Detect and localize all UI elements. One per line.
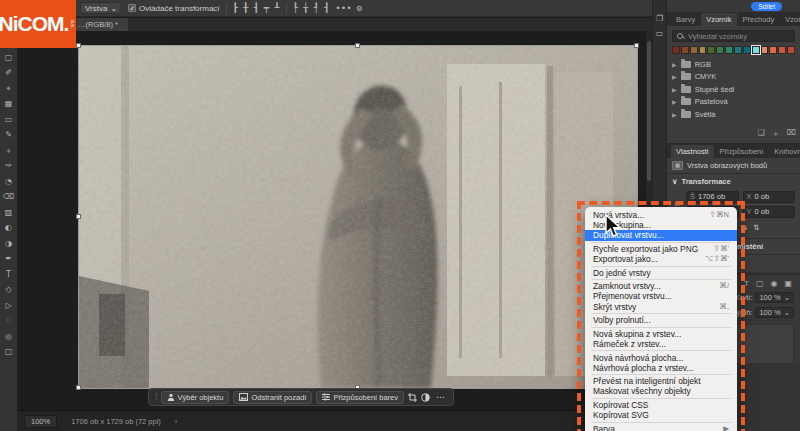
- swatch[interactable]: [725, 46, 733, 54]
- remove-background-button[interactable]: Odstranit pozadí: [233, 391, 312, 404]
- brush-tool[interactable]: ✑: [2, 159, 16, 173]
- distribute-left-icon[interactable]: ┦: [314, 3, 319, 13]
- swatch-group-pastel[interactable]: ▶ Pastelová: [672, 96, 795, 109]
- transform-handle-nw[interactable]: [76, 43, 81, 48]
- swatch[interactable]: [769, 46, 777, 54]
- menu-item-color[interactable]: Barva▶: [585, 424, 737, 431]
- x-field[interactable]: X 0 ob: [743, 191, 796, 203]
- transform-handle-ne[interactable]: [634, 43, 639, 48]
- frame-tool[interactable]: ▭: [2, 113, 16, 127]
- swatch[interactable]: [787, 46, 795, 54]
- menu-item-frame-from-layers[interactable]: Rámeček z vrstev...: [585, 339, 737, 349]
- swatch-selected[interactable]: [752, 46, 760, 54]
- flip-vertical-icon[interactable]: ⇅: [753, 223, 759, 232]
- opacity-field[interactable]: 100 % ⌄: [755, 292, 794, 303]
- align-center-h-icon[interactable]: ╂: [243, 3, 248, 13]
- share-button[interactable]: Sdílet: [751, 2, 782, 11]
- menu-item-copy-svg[interactable]: Kopírovat SVG: [585, 410, 737, 420]
- shape-tool[interactable]: ▷: [2, 299, 16, 313]
- tab-swatches[interactable]: Vzorník: [701, 13, 736, 26]
- align-top-icon[interactable]: ┯: [264, 3, 269, 13]
- new-group-icon[interactable]: ❏: [758, 128, 765, 139]
- chevron-right-icon[interactable]: ▶: [672, 98, 677, 105]
- chevron-right-icon[interactable]: ▶: [672, 111, 677, 118]
- tab-colors[interactable]: Barvy: [671, 13, 700, 26]
- transform-section-header[interactable]: ∨ Transformace: [667, 173, 800, 189]
- tab-adjustments[interactable]: Přizpůsobení: [715, 145, 769, 158]
- y-field[interactable]: Y 0 ob: [743, 206, 796, 218]
- tab-patterns[interactable]: Vzorky: [780, 13, 800, 26]
- filter-shape-icon[interactable]: ▢: [756, 279, 764, 288]
- crop-tool[interactable]: ▦: [2, 97, 16, 111]
- chevron-right-icon[interactable]: ▶: [672, 86, 677, 93]
- gear-icon[interactable]: ⚙: [357, 3, 362, 13]
- menu-item-flatten[interactable]: Do jedné vrstvy: [585, 268, 737, 278]
- path-select-tool[interactable]: ◇: [2, 283, 16, 297]
- more-options-icon[interactable]: •••: [335, 3, 351, 13]
- marquee-tool[interactable]: ▢: [2, 51, 16, 65]
- menu-item-mask-all-objects[interactable]: Maskovat všechny objekty: [585, 386, 737, 396]
- tab-gradients[interactable]: Přechody: [738, 13, 780, 26]
- chevron-right-icon[interactable]: ▶: [672, 61, 677, 68]
- flip-horizontal-icon[interactable]: ⇆: [741, 223, 747, 232]
- image-layer[interactable]: [79, 46, 637, 388]
- auto-select-dropdown[interactable]: Vrstva ⌄: [80, 2, 122, 14]
- transform-controls-checkbox[interactable]: ✓ Ovládače transformací: [128, 4, 219, 13]
- adjust-colors-button[interactable]: Přizpůsobení barev: [316, 391, 404, 404]
- transform-handle-n[interactable]: [355, 43, 360, 48]
- filter-type-icon[interactable]: T: [744, 279, 749, 288]
- width-field[interactable]: Š 1706 ob: [686, 191, 739, 203]
- align-bottom-icon[interactable]: ┸: [274, 3, 279, 13]
- menu-item-convert-to-smart-object[interactable]: Převést na inteligentní objekt: [585, 376, 737, 386]
- status-chevron-icon[interactable]: ›: [175, 417, 178, 426]
- menu-item-hide-layers[interactable]: Skrýt vrstvy⌘,: [585, 302, 737, 312]
- type-tool[interactable]: T: [2, 268, 16, 282]
- menu-item-new-layer[interactable]: Nová vrstva...⇧⌘N: [585, 210, 737, 220]
- adjustment-circle-icon[interactable]: [421, 393, 430, 402]
- clone-stamp-tool[interactable]: ◔: [2, 175, 16, 189]
- object-selection-tool[interactable]: ⌖: [2, 82, 16, 96]
- menu-item-blending-options[interactable]: Volby prolnutí...: [585, 315, 737, 325]
- swatch[interactable]: [699, 46, 707, 54]
- info-panel-icon[interactable]: ❐: [656, 14, 663, 23]
- distribute-h-icon[interactable]: ┞: [293, 3, 298, 13]
- menu-item-rename-layer[interactable]: Přejmenovat vrstvu...: [585, 291, 737, 301]
- crop-export-icon[interactable]: [408, 393, 417, 402]
- swatch-group-light[interactable]: ▶ Světlá: [672, 108, 795, 121]
- menu-item-new-group[interactable]: Nová skupina...: [585, 220, 737, 230]
- swatch[interactable]: [761, 46, 769, 54]
- hand-tool[interactable]: ♢: [2, 314, 16, 328]
- healing-tool[interactable]: ＋: [2, 144, 16, 158]
- tab-libraries[interactable]: Knihovny: [769, 145, 800, 158]
- pen-tool[interactable]: ✒: [2, 252, 16, 266]
- swatch[interactable]: [743, 46, 751, 54]
- zoom-tool[interactable]: ◎: [2, 330, 16, 344]
- menu-item-lock-layers[interactable]: Zamknout vrstvy...⌘/: [585, 281, 737, 291]
- menu-item-new-artboard[interactable]: Nová návrhová plocha...: [585, 353, 737, 363]
- edit-toolbar-tool[interactable]: □: [2, 345, 16, 359]
- align-right-icon[interactable]: ┨: [253, 3, 258, 13]
- eyedropper-tool[interactable]: ✎: [2, 128, 16, 142]
- trash-icon[interactable]: ⌧: [787, 128, 796, 139]
- checkbox-icon[interactable]: ✓: [128, 4, 136, 12]
- distribute-right-icon[interactable]: ┨: [324, 3, 329, 13]
- swatch-group-rgb[interactable]: ▶ RGB: [672, 58, 795, 71]
- swatch-search-input[interactable]: Vyhledat vzorníky: [672, 30, 795, 42]
- drag-handle-icon[interactable]: ⁞: [155, 392, 157, 402]
- swatch[interactable]: [690, 46, 698, 54]
- swatch-group-cmyk[interactable]: ▶ CMYK: [672, 71, 795, 84]
- more-icon[interactable]: ⋯: [434, 392, 447, 402]
- swatch[interactable]: [707, 46, 715, 54]
- menu-item-new-group-from-layers[interactable]: Nová skupina z vrstev...: [585, 329, 737, 339]
- swatch[interactable]: [778, 46, 786, 54]
- distribute-v-icon[interactable]: ╁: [303, 3, 308, 13]
- zoom-level-field[interactable]: 100%: [24, 415, 57, 428]
- filter-smartobject-icon[interactable]: ▣: [784, 279, 792, 288]
- new-swatch-icon[interactable]: ＋: [772, 128, 780, 139]
- swatch[interactable]: [734, 46, 742, 54]
- menu-item-export-as[interactable]: Exportovat jako...⌥⇧⌘': [585, 254, 737, 264]
- menu-item-duplicate-layer[interactable]: Duplikovat vrstvu...: [585, 230, 737, 240]
- align-left-icon[interactable]: ┠: [233, 3, 238, 13]
- menu-item-quick-export-png[interactable]: Rychle exportovat jako PNG⇧⌘': [585, 244, 737, 254]
- gradient-tool[interactable]: ▨: [2, 206, 16, 220]
